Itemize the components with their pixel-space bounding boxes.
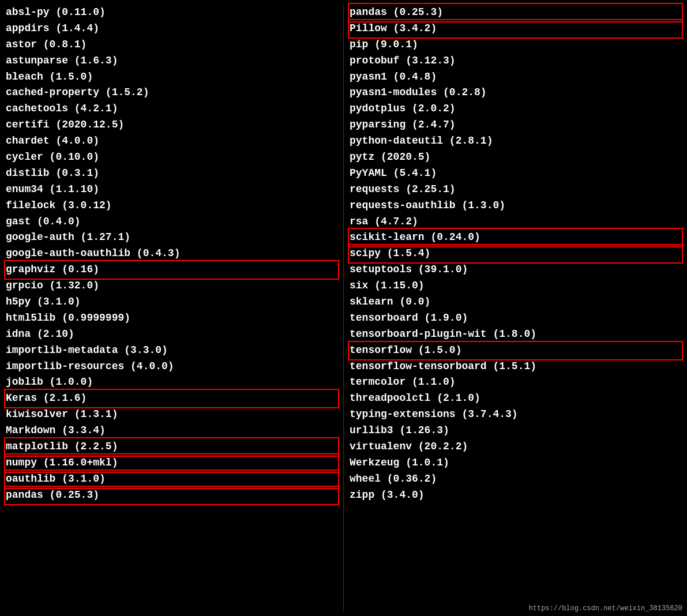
list-item: cachetools (4.2.1) <box>6 101 337 117</box>
list-item: PyYAML (5.4.1) <box>350 166 681 182</box>
list-item: threadpoolctl (2.1.0) <box>350 390 681 407</box>
list-item: requests-oauthlib (1.3.0) <box>350 198 681 214</box>
list-item: rsa (4.7.2) <box>350 214 681 230</box>
list-item: Pillow (3.4.2) <box>350 21 681 37</box>
list-item: kiwisolver (1.3.1) <box>6 407 337 423</box>
list-item: wheel (0.36.2) <box>350 471 681 487</box>
list-item: google-auth (1.27.1) <box>6 230 337 246</box>
list-item: distlib (0.3.1) <box>6 166 337 182</box>
list-item: absl-py (0.11.0) <box>6 5 337 21</box>
list-item: cached-property (1.5.2) <box>6 85 337 101</box>
list-item: virtualenv (20.2.2) <box>350 439 681 455</box>
list-item: astunparse (1.6.3) <box>6 53 337 69</box>
list-item: appdirs (1.4.4) <box>6 21 337 37</box>
list-item: numpy (1.16.0+mkl) <box>6 455 337 471</box>
list-item: setuptools (39.1.0) <box>350 262 681 278</box>
list-item: astor (0.8.1) <box>6 37 337 53</box>
list-item: google-auth-oauthlib (0.4.3) <box>6 246 337 262</box>
list-item: Keras (2.1.6) <box>6 390 337 407</box>
list-item: tensorboard (1.9.0) <box>350 310 681 326</box>
list-item: oauthlib (3.1.0) <box>6 471 337 487</box>
right-column: pandas (0.25.3)Pillow (3.4.2)pip (9.0.1)… <box>344 5 687 611</box>
list-item: pyparsing (2.4.7) <box>350 117 681 133</box>
left-column: absl-py (0.11.0)appdirs (1.4.4)astor (0.… <box>0 5 344 611</box>
list-item: chardet (4.0.0) <box>6 133 337 149</box>
list-item: six (1.15.0) <box>350 278 681 294</box>
list-item: pydotplus (2.0.2) <box>350 101 681 117</box>
list-item: matplotlib (2.2.5) <box>6 439 337 455</box>
list-item: protobuf (3.12.3) <box>350 53 681 69</box>
list-item: cycler (0.10.0) <box>6 149 337 166</box>
list-item: joblib (1.0.0) <box>6 374 337 390</box>
list-item: idna (2.10) <box>6 326 337 343</box>
list-item: tensorflow-tensorboard (1.5.1) <box>350 359 681 375</box>
list-item: graphviz (0.16) <box>6 262 337 278</box>
list-item: scipy (1.5.4) <box>350 246 681 262</box>
list-item: html5lib (0.9999999) <box>6 310 337 326</box>
list-item: certifi (2020.12.5) <box>6 117 337 133</box>
list-item: pyasn1-modules (0.2.8) <box>350 85 681 101</box>
list-item: importlib-resources (4.0.0) <box>6 359 337 375</box>
list-item: urllib3 (1.26.3) <box>350 423 681 439</box>
list-item: bleach (1.5.0) <box>6 69 337 85</box>
list-item: enum34 (1.1.10) <box>6 182 337 198</box>
list-item: python-dateutil (2.8.1) <box>350 133 681 149</box>
list-item: tensorflow (1.5.0) <box>350 343 681 359</box>
list-item: termcolor (1.1.0) <box>350 374 681 390</box>
list-item: pip (9.0.1) <box>350 37 681 53</box>
list-item: typing-extensions (3.7.4.3) <box>350 407 681 423</box>
list-item: pytz (2020.5) <box>350 149 681 166</box>
list-item: h5py (3.1.0) <box>6 294 337 310</box>
list-item: filelock (3.0.12) <box>6 198 337 214</box>
list-item: pandas (0.25.3) <box>6 487 337 504</box>
list-item: scikit-learn (0.24.0) <box>350 230 681 246</box>
list-item: pyasn1 (0.4.8) <box>350 69 681 85</box>
list-item: grpcio (1.32.0) <box>6 278 337 294</box>
watermark: https://blog.csdn.net/weixin_38135620 <box>529 604 682 613</box>
list-item: pandas (0.25.3) <box>350 5 681 21</box>
list-item: importlib-metadata (3.3.0) <box>6 343 337 359</box>
list-item: requests (2.25.1) <box>350 182 681 198</box>
list-item: tensorboard-plugin-wit (1.8.0) <box>350 326 681 343</box>
list-item: Werkzeug (1.0.1) <box>350 455 681 471</box>
list-item: Markdown (3.3.4) <box>6 423 337 439</box>
list-item: sklearn (0.0) <box>350 294 681 310</box>
list-item: zipp (3.4.0) <box>350 487 681 504</box>
list-item: gast (0.4.0) <box>6 214 337 230</box>
